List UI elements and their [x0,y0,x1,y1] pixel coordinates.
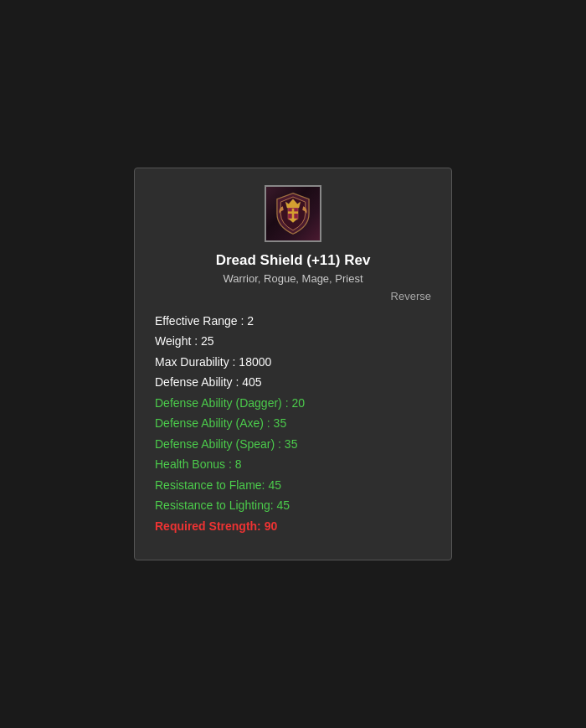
stat-line: Defense Ability (Spear) : 35 [155,434,431,455]
svg-rect-3 [288,211,298,214]
item-icon-wrapper [265,185,321,242]
item-icon [265,185,321,242]
stat-line: Defense Ability (Dagger) : 20 [155,393,431,414]
stat-line: Health Bonus : 8 [155,454,431,475]
stats-section: Effective Range : 2Weight : 25Max Durabi… [155,311,431,537]
reverse-label[interactable]: Reverse [391,290,431,302]
stat-line: Resistance to Flame: 45 [155,475,431,496]
item-classes: Warrior, Rogue, Mage, Priest [223,272,362,285]
shield-icon [271,192,315,235]
stat-line: Weight : 25 [155,331,431,352]
item-tooltip-card: Dread Shield (+11) Rev Warrior, Rogue, M… [134,168,452,561]
reverse-row: Reverse [155,290,431,302]
stat-line: Required Strength: 90 [155,516,431,537]
stat-line: Resistance to Lighting: 45 [155,495,431,516]
stat-line: Defense Ability (Axe) : 35 [155,413,431,434]
stat-line: Max Durability : 18000 [155,352,431,373]
stat-line: Effective Range : 2 [155,311,431,332]
stat-line: Defense Ability : 405 [155,372,431,393]
item-name: Dread Shield (+11) Rev [216,252,371,269]
